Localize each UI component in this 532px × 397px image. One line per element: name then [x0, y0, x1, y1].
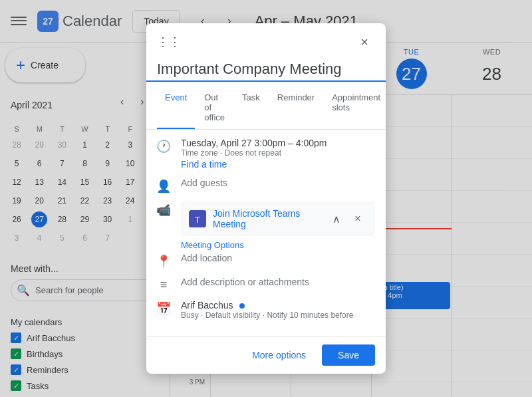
modal-header: ⋮⋮ ×: [146, 23, 386, 53]
teams-remove-button[interactable]: ×: [348, 209, 367, 228]
tab-task[interactable]: Task: [234, 87, 268, 129]
tab-appointment-slots[interactable]: Appointment slots: [324, 87, 386, 129]
modal-footer: More options Save: [146, 336, 386, 374]
timezone-text: Time zone · Does not repeat: [181, 148, 375, 158]
cal-color-indicator: [239, 303, 245, 309]
modal-tabs: Event Out of office Task Reminder Appoin…: [146, 87, 386, 130]
description-content[interactable]: Add description or attachments: [181, 277, 375, 287]
guests-row: 👤 Add guests: [157, 178, 375, 194]
tab-out-of-office[interactable]: Out of office: [196, 87, 233, 129]
tab-reminder[interactable]: Reminder: [269, 87, 323, 129]
teams-actions: ∧ ×: [327, 209, 367, 228]
modal-overlay[interactable]: ⋮⋮ × Event Out of office Task Reminder A…: [0, 0, 532, 397]
guests-content[interactable]: Add guests: [181, 178, 375, 188]
description-row: ≡ Add description or attachments: [157, 277, 375, 292]
tab-event[interactable]: Event: [157, 87, 195, 129]
join-teams-link[interactable]: Join Microsoft Teams Meeting: [213, 208, 327, 229]
video-icon: 📹: [157, 203, 170, 217]
description-icon: ≡: [157, 278, 170, 292]
location-row: 📍 Add location: [157, 253, 375, 269]
teams-section: T Join Microsoft Teams Meeting ∧ ×: [181, 201, 375, 236]
modal-body: 🕐 Tuesday, April 27 3:00pm – 4:00pm Time…: [146, 130, 386, 336]
datetime-text[interactable]: Tuesday, April 27 3:00pm – 4:00pm: [181, 138, 375, 148]
calendar-owner-row: 📅 Arif Bacchus Busy · Default visibility…: [157, 300, 375, 320]
owner-name: Arif Bacchus: [181, 300, 233, 311]
datetime-content: Tuesday, April 27 3:00pm – 4:00pm Time z…: [181, 138, 375, 170]
add-guests-placeholder: Add guests: [181, 178, 227, 188]
event-title-input[interactable]: [146, 55, 386, 82]
teams-row: 📹 T Join Microsoft Teams Meeting ∧: [157, 201, 375, 250]
teams-icon: T: [189, 209, 206, 228]
location-content[interactable]: Add location: [181, 253, 375, 263]
add-location-placeholder: Add location: [181, 253, 232, 263]
calendar-owner-name: Arif Bacchus: [181, 300, 375, 311]
event-modal: ⋮⋮ × Event Out of office Task Reminder A…: [146, 23, 386, 374]
guests-icon: 👤: [157, 179, 170, 194]
find-a-time-link[interactable]: Find a time: [181, 159, 375, 170]
clock-icon: 🕐: [157, 139, 170, 154]
teams-content: T Join Microsoft Teams Meeting ∧ × Meeti…: [181, 201, 375, 250]
calendar-owner-content: Arif Bacchus Busy · Default visibility ·…: [181, 300, 375, 320]
modal-close-button[interactable]: ×: [354, 31, 375, 53]
svg-text:T: T: [195, 215, 200, 225]
more-options-button[interactable]: More options: [241, 344, 317, 366]
add-description-placeholder: Add description or attachments: [181, 277, 309, 287]
datetime-row: 🕐 Tuesday, April 27 3:00pm – 4:00pm Time…: [157, 138, 375, 170]
meeting-options-link[interactable]: Meeting Options: [181, 240, 244, 250]
teams-expand-button[interactable]: ∧: [327, 209, 346, 228]
location-icon: 📍: [157, 254, 170, 269]
calendar-icon: 📅: [157, 301, 170, 316]
calendar-status: Busy · Default visibility · Notify 10 mi…: [181, 311, 375, 320]
save-button[interactable]: Save: [322, 344, 375, 366]
drag-icon: ⋮⋮: [157, 35, 181, 49]
teams-inner: T Join Microsoft Teams Meeting: [189, 208, 327, 229]
